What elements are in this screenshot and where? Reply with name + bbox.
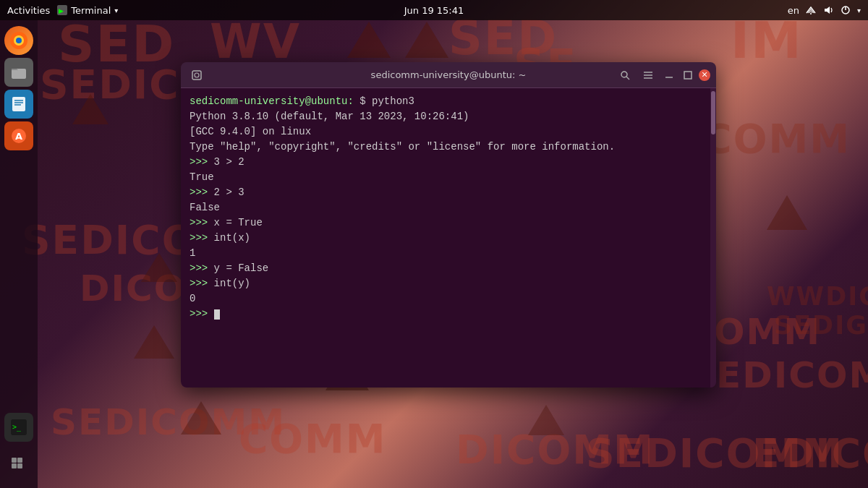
cmd-13: int(y) <box>214 278 250 289</box>
terminal-line-3: [GCC 9.4.0] on linux <box>190 124 702 140</box>
terminal-line-15: >>> <box>190 307 702 322</box>
volume-icon <box>822 4 834 16</box>
minimize-button[interactable] <box>661 67 677 83</box>
watermark: EDICO <box>752 430 868 476</box>
svg-rect-29 <box>684 72 692 79</box>
cmd-12: y = False <box>214 262 269 274</box>
prompt-12: >>> <box>190 262 214 274</box>
cmd-7: 2 > 3 <box>214 187 244 198</box>
terminal-line-4: Type "help", "copyright", "credits" or "… <box>190 140 702 155</box>
terminal-line-7: >>> 2 > 3 <box>190 185 702 200</box>
terminal-line-5: >>> 3 > 2 <box>190 155 702 170</box>
maximize-icon <box>683 70 693 80</box>
dock-item-firefox[interactable] <box>4 26 33 55</box>
terminal-scrollbar-thumb[interactable] <box>711 91 715 134</box>
terminal-line-12: >>> y = False <box>190 261 702 276</box>
watermark: COMM <box>239 416 387 462</box>
cmd-1: $ python3 <box>354 95 414 107</box>
output-2: Python 3.8.10 (default, Mar 13 2023, 10:… <box>190 111 469 122</box>
prompt-7: >>> <box>190 187 214 198</box>
terminal-line-9: >>> x = True <box>190 215 702 231</box>
svg-rect-17 <box>12 458 17 463</box>
terminal-dock-icon: >_ <box>9 418 28 437</box>
locale-indicator[interactable]: en <box>788 5 799 16</box>
output-3: [GCC 9.4.0] on linux <box>190 126 311 137</box>
svg-text:A: A <box>15 131 22 142</box>
cmd-9: x = True <box>214 217 263 228</box>
watermark: SEDICOMM <box>586 430 843 476</box>
watermark: WWDICOMM <box>767 282 868 311</box>
topbar-app-dropdown-icon: ▾ <box>114 7 118 14</box>
titlebar-right: ✕ <box>615 65 710 85</box>
svg-rect-20 <box>17 463 22 468</box>
topbar-datetime: Jun 19 15:41 <box>404 5 464 16</box>
terminal-body: sedicomm-university@ubuntu: $ python3 Py… <box>181 88 716 388</box>
network-icon <box>805 4 817 16</box>
search-button[interactable] <box>615 65 635 85</box>
prompt-5: >>> <box>190 156 214 168</box>
dock-item-files[interactable] <box>4 58 33 87</box>
svg-rect-9 <box>12 97 25 111</box>
show-applications-button[interactable] <box>4 450 33 479</box>
home-icon <box>191 69 203 81</box>
watermark-triangle <box>347 22 391 58</box>
svg-rect-18 <box>12 463 17 468</box>
watermark-triangle <box>405 22 448 58</box>
terminal-line-6: True <box>190 170 702 185</box>
svg-rect-19 <box>17 458 22 463</box>
prompt-15: >>> <box>190 308 214 320</box>
svg-point-23 <box>621 72 627 77</box>
svg-text:▶: ▶ <box>59 7 64 14</box>
prompt-1: sedicomm-university@ubuntu: <box>190 95 354 107</box>
topbar-left: Activities ▶ Terminal ▾ <box>7 5 118 16</box>
watermark-triangle <box>134 325 174 359</box>
titlebar-left <box>187 65 207 85</box>
close-button[interactable]: ✕ <box>699 69 710 81</box>
topbar-app-label: Terminal <box>71 5 111 16</box>
files-icon <box>9 63 28 82</box>
watermark-triangle <box>181 401 221 435</box>
cmd-10: int(x) <box>214 232 250 244</box>
dock-item-ubuntu-software[interactable]: A <box>4 121 33 150</box>
output-6: True <box>190 171 214 183</box>
terminal-line-10: >>> int(x) <box>190 231 702 246</box>
prompt-13: >>> <box>190 278 214 289</box>
svg-point-2 <box>810 13 812 14</box>
dock: A >_ <box>0 20 38 488</box>
apps-grid-icon <box>10 456 27 474</box>
terminal-titlebar: sedicomm-university@ubuntu: ~ <box>181 62 716 88</box>
dock-item-libreoffice[interactable] <box>4 90 33 119</box>
hamburger-icon <box>642 69 654 81</box>
system-tray-arrow[interactable]: ▾ <box>857 7 861 14</box>
terminal-title: sedicomm-university@ubuntu: ~ <box>371 69 527 80</box>
maximize-button[interactable] <box>680 67 696 83</box>
terminal-content[interactable]: sedicomm-university@ubuntu: $ python3 Py… <box>181 88 710 388</box>
terminal-line-1: sedicomm-university@ubuntu: $ python3 <box>190 94 702 109</box>
terminal-line-14: 0 <box>190 291 702 307</box>
svg-point-22 <box>195 73 199 77</box>
cmd-5: 3 > 2 <box>214 156 244 168</box>
topbar: Activities ▶ Terminal ▾ Jun 19 15:41 en … <box>0 0 868 20</box>
output-4: Type "help", "copyright", "credits" or "… <box>190 141 615 153</box>
watermark: WV <box>210 14 301 69</box>
topbar-right: en ▾ <box>788 4 861 16</box>
terminal-scrollbar[interactable] <box>710 88 716 388</box>
menu-button[interactable] <box>638 65 658 85</box>
activities-button[interactable]: Activities <box>7 5 50 16</box>
svg-point-7 <box>16 38 22 43</box>
watermark: SEDICOMM <box>51 401 286 443</box>
watermark-triangle <box>141 253 177 282</box>
terminal-cursor <box>214 309 220 320</box>
watermark-triangle <box>767 195 807 230</box>
output-14: 0 <box>190 293 195 304</box>
terminal-app-icon: ▶ <box>57 5 67 15</box>
svg-text:>_: >_ <box>12 423 22 432</box>
watermark-triangle <box>72 94 109 124</box>
output-8: False <box>190 202 220 213</box>
svg-rect-8 <box>12 69 26 79</box>
prompt-10: >>> <box>190 232 214 244</box>
topbar-app-menu[interactable]: ▶ Terminal ▾ <box>57 5 118 16</box>
dock-item-terminal[interactable]: >_ <box>4 413 33 442</box>
terminal-home-button[interactable] <box>187 65 207 85</box>
dock-bottom: >_ <box>4 413 33 479</box>
